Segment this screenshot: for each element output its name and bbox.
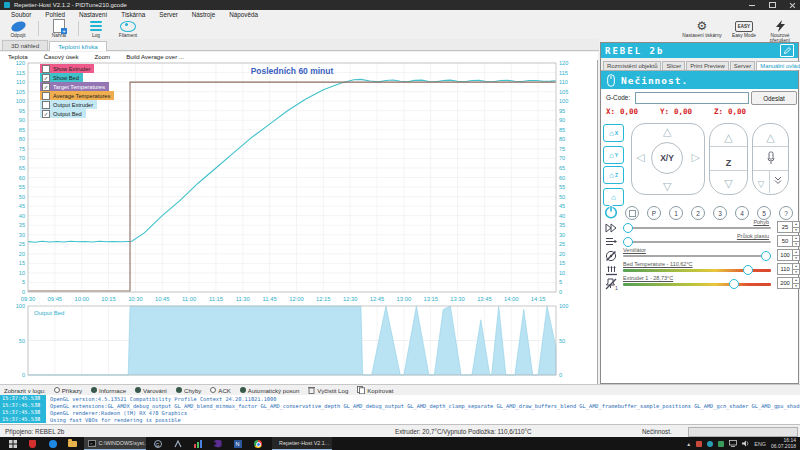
bed-spinbox[interactable]: 110▲▼ xyxy=(777,263,800,275)
fan-slider-thumb[interactable] xyxy=(761,251,771,261)
motor-off-button[interactable] xyxy=(625,206,639,220)
unload-filament-icon[interactable] xyxy=(773,175,783,185)
control-tab-3[interactable]: Server xyxy=(730,61,755,70)
cmd-taskbar-button[interactable]: >_ C:\WINDOWS\syst... xyxy=(84,437,146,450)
bed-slider-label[interactable]: Bed Temperature - 110,62°C xyxy=(623,261,693,267)
tray-expand-icon[interactable]: ▲ xyxy=(686,441,691,447)
chart-menu-timespan[interactable]: Časový úsek xyxy=(44,53,79,59)
flow-spinbox[interactable]: 50▲▼ xyxy=(777,235,800,247)
disconnect-button[interactable]: Odpojit xyxy=(2,20,34,38)
log-output[interactable]: 15:37:45.538OpenGL version:4.5.13521 Com… xyxy=(0,395,800,424)
bed-slider-thumb[interactable] xyxy=(743,265,753,275)
start-button[interactable] xyxy=(8,439,17,448)
tray-green-icon[interactable] xyxy=(718,441,724,447)
menu-item-6[interactable]: Nápověda xyxy=(222,11,265,18)
legend-item-5[interactable]: ✓Output Bed xyxy=(40,109,86,118)
copy-log-button[interactable]: Kopírovat xyxy=(357,386,393,394)
home-y-button[interactable]: ⌂Y xyxy=(603,146,624,164)
spin-down-icon[interactable]: ▼ xyxy=(793,242,799,247)
control-tab-4[interactable]: Manuální ovládání xyxy=(756,61,800,70)
log-filter-0[interactable]: Příkazy xyxy=(54,387,82,394)
jog-x-plus-icon[interactable]: ▷ xyxy=(692,152,700,163)
menu-item-5[interactable]: Nástroje xyxy=(185,11,222,18)
tab-3d-preview[interactable]: 3D náhled xyxy=(2,40,48,50)
menu-item-3[interactable]: Tiskárna xyxy=(114,11,152,18)
extruder-slider-label[interactable]: Extruder 1 - 28,73°C xyxy=(623,275,673,281)
bed-slider-track[interactable] xyxy=(623,269,771,272)
jog-z-plus-icon[interactable]: △ xyxy=(724,131,732,143)
preset-button-2[interactable]: 2 xyxy=(691,206,705,220)
legend-checkbox[interactable]: ✓ xyxy=(42,110,50,118)
network-icon[interactable] xyxy=(729,440,737,447)
tray-teal-icon[interactable] xyxy=(707,441,713,447)
close-button[interactable] xyxy=(788,2,796,9)
preset-button-4[interactable]: 4 xyxy=(735,206,749,220)
chart-menu-zoom[interactable]: Zoom xyxy=(95,53,111,59)
app-taskbar-icon-4[interactable]: N xyxy=(233,439,242,448)
speed-spinbox[interactable]: 25▲▼ xyxy=(777,221,800,233)
repetier-taskbar-button[interactable]: Repetier-Host V2.1... xyxy=(272,437,332,450)
log-filter-1[interactable]: Informace xyxy=(91,387,126,394)
legend-item-0[interactable]: Show Extruder xyxy=(40,64,94,73)
app-taskbar-icon-3[interactable] xyxy=(193,439,202,448)
easy-mode-button[interactable]: EASY Easy Mode xyxy=(728,20,760,38)
file-explorer-icon[interactable] xyxy=(68,439,77,448)
app-taskbar-icon-2[interactable] xyxy=(173,439,182,448)
log-filter-5[interactable]: Automatický posun xyxy=(240,387,300,394)
extruder-jog-pad[interactable]: △ ▽ xyxy=(752,123,789,195)
spin-down-icon[interactable]: ▼ xyxy=(793,228,799,233)
home-x-button[interactable]: ⌂X xyxy=(603,124,624,142)
flow-slider-track[interactable] xyxy=(623,241,771,243)
maximize-button[interactable] xyxy=(768,2,776,9)
extruder-spinbox[interactable]: 200▲▼ xyxy=(777,277,800,289)
menu-item-1[interactable]: Pohled xyxy=(38,11,72,18)
home-z-button[interactable]: ⌂Z xyxy=(603,166,624,184)
tab-temperature-curve[interactable]: Teplotní křivka xyxy=(49,41,107,51)
spin-down-icon[interactable]: ▼ xyxy=(793,284,799,289)
messenger-taskbar-icon[interactable] xyxy=(48,439,57,448)
chart-menu-average[interactable]: Build Average over ... xyxy=(126,53,184,59)
control-tab-0[interactable]: Rozmístění objektů xyxy=(603,61,661,70)
flow-slider-thumb[interactable] xyxy=(623,237,633,247)
menu-item-4[interactable]: Server xyxy=(152,11,185,18)
antivirus-taskbar-icon[interactable] xyxy=(28,439,37,448)
z-jog-pad[interactable]: △ Z ▽ xyxy=(709,123,748,195)
chart-menu-temperature[interactable]: Teplota xyxy=(8,53,28,59)
spin-down-icon[interactable]: ▼ xyxy=(793,256,799,261)
language-indicator[interactable]: ENG xyxy=(754,441,766,447)
printer-settings-button[interactable]: ⚙ Nastavení tiskárny xyxy=(678,20,726,38)
emergency-stop-button[interactable]: Nouzové přerušení xyxy=(760,20,800,43)
control-tab-1[interactable]: Slicer xyxy=(662,61,685,70)
tray-red-icon[interactable] xyxy=(696,441,702,447)
toggle-log-button[interactable]: Log xyxy=(84,20,108,38)
jog-y-minus-icon[interactable]: ▽ xyxy=(663,181,671,192)
legend-checkbox[interactable]: ✓ xyxy=(42,74,50,82)
log-filter-3[interactable]: Chyby xyxy=(176,387,201,394)
preset-button-1[interactable]: 1 xyxy=(669,206,683,220)
clear-log-button[interactable]: Vyčistit Log xyxy=(308,386,348,394)
legend-checkbox[interactable] xyxy=(42,65,50,73)
gcode-input[interactable] xyxy=(635,92,749,104)
jog-x-minus-icon[interactable]: ◁ xyxy=(636,152,644,163)
speed-slider-thumb[interactable] xyxy=(623,223,633,233)
jog-z-minus-icon[interactable]: ▽ xyxy=(724,177,732,189)
legend-checkbox[interactable] xyxy=(42,92,50,100)
legend-checkbox[interactable]: ✓ xyxy=(42,83,50,91)
retract-icon[interactable]: △ xyxy=(766,131,774,143)
taskbar-clock[interactable]: 16:14 06.07.2018 xyxy=(771,438,798,449)
chrome-icon[interactable] xyxy=(253,439,262,448)
legend-item-2[interactable]: ✓Target Temperatures xyxy=(40,82,109,91)
preset-button-3[interactable]: 3 xyxy=(713,206,727,220)
menu-item-2[interactable]: Nastavení xyxy=(72,11,114,18)
app-taskbar-icon-1[interactable]: G xyxy=(153,439,162,448)
menu-item-0[interactable]: Soubor xyxy=(4,11,38,18)
legend-item-3[interactable]: Average Temperatures xyxy=(40,91,114,100)
edit-printer-button[interactable] xyxy=(780,44,794,57)
extrude-icon[interactable]: ▽ xyxy=(758,179,765,189)
filament-button[interactable]: Filament xyxy=(112,20,144,38)
volume-icon[interactable] xyxy=(742,440,749,447)
send-gcode-button[interactable]: Odeslat xyxy=(751,91,797,105)
control-tab-2[interactable]: Print Preview xyxy=(686,61,729,70)
preset-button-?[interactable]: ? xyxy=(779,206,793,220)
power-button[interactable] xyxy=(604,205,618,219)
